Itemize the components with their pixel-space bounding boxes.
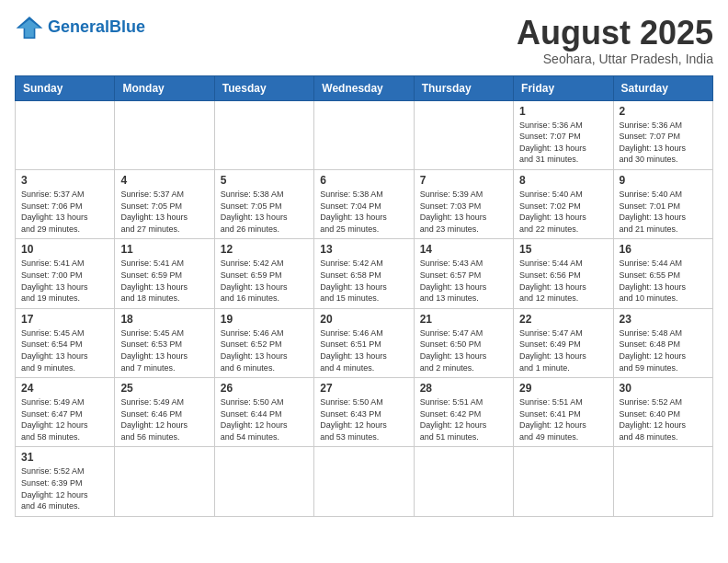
day-info: Sunrise: 5:49 AM Sunset: 6:46 PM Dayligh… [120,396,208,442]
day-info: Sunrise: 5:40 AM Sunset: 7:01 PM Dayligh… [620,189,707,235]
calendar-cell: 1Sunrise: 5:36 AM Sunset: 7:07 PM Daylig… [514,100,613,169]
calendar-week-4: 17Sunrise: 5:45 AM Sunset: 6:54 PM Dayli… [16,308,713,377]
logo-icon [15,15,44,40]
calendar-week-3: 10Sunrise: 5:41 AM Sunset: 7:00 PM Dayli… [16,239,713,308]
day-info: Sunrise: 5:36 AM Sunset: 7:07 PM Dayligh… [519,120,607,166]
day-info: Sunrise: 5:45 AM Sunset: 6:53 PM Dayligh… [120,327,208,373]
day-info: Sunrise: 5:42 AM Sunset: 6:59 PM Dayligh… [221,258,308,304]
day-info: Sunrise: 5:37 AM Sunset: 7:05 PM Dayligh… [120,189,208,235]
calendar-cell: 5Sunrise: 5:38 AM Sunset: 7:05 PM Daylig… [214,169,313,238]
weekday-row: SundayMondayTuesdayWednesdayThursdayFrid… [16,75,713,100]
day-info: Sunrise: 5:41 AM Sunset: 7:00 PM Dayligh… [21,258,108,304]
calendar-cell [16,100,115,169]
calendar-week-6: 31Sunrise: 5:52 AM Sunset: 6:39 PM Dayli… [16,447,713,516]
day-number: 19 [221,313,308,326]
day-number: 11 [120,243,208,256]
calendar-cell: 19Sunrise: 5:46 AM Sunset: 6:52 PM Dayli… [214,308,313,377]
calendar-week-1: 1Sunrise: 5:36 AM Sunset: 7:07 PM Daylig… [16,100,713,169]
svg-marker-1 [18,19,40,37]
day-number: 17 [21,313,108,326]
day-number: 27 [320,382,407,395]
calendar-header: SundayMondayTuesdayWednesdayThursdayFrid… [16,75,713,100]
location-subtitle: Seohara, Uttar Pradesh, India [517,52,713,66]
weekday-header-monday: Monday [115,75,214,100]
calendar-cell [214,447,313,516]
day-number: 7 [420,174,507,187]
calendar-cell: 18Sunrise: 5:45 AM Sunset: 6:53 PM Dayli… [115,308,214,377]
day-number: 10 [21,243,108,256]
calendar-cell: 27Sunrise: 5:50 AM Sunset: 6:43 PM Dayli… [314,378,414,447]
month-title: August 2025 [517,15,713,52]
day-info: Sunrise: 5:38 AM Sunset: 7:04 PM Dayligh… [320,189,407,235]
day-number: 14 [420,243,507,256]
day-info: Sunrise: 5:44 AM Sunset: 6:55 PM Dayligh… [620,258,707,304]
day-info: Sunrise: 5:43 AM Sunset: 6:57 PM Dayligh… [420,258,507,304]
calendar-cell: 25Sunrise: 5:49 AM Sunset: 6:46 PM Dayli… [115,378,214,447]
calendar-cell: 31Sunrise: 5:52 AM Sunset: 6:39 PM Dayli… [16,447,115,516]
day-info: Sunrise: 5:45 AM Sunset: 6:54 PM Dayligh… [21,327,108,373]
calendar-body: 1Sunrise: 5:36 AM Sunset: 7:07 PM Daylig… [16,100,713,516]
day-number: 22 [519,313,607,326]
calendar-cell: 4Sunrise: 5:37 AM Sunset: 7:05 PM Daylig… [115,169,214,238]
calendar-cell: 21Sunrise: 5:47 AM Sunset: 6:50 PM Dayli… [414,308,513,377]
day-number: 20 [320,313,407,326]
calendar-cell [115,447,214,516]
day-info: Sunrise: 5:49 AM Sunset: 6:47 PM Dayligh… [21,396,108,442]
day-info: Sunrise: 5:52 AM Sunset: 6:40 PM Dayligh… [620,396,707,442]
calendar-cell: 20Sunrise: 5:46 AM Sunset: 6:51 PM Dayli… [314,308,414,377]
weekday-header-sunday: Sunday [16,75,115,100]
calendar-cell: 17Sunrise: 5:45 AM Sunset: 6:54 PM Dayli… [16,308,115,377]
calendar-week-5: 24Sunrise: 5:49 AM Sunset: 6:47 PM Dayli… [16,378,713,447]
calendar-cell: 12Sunrise: 5:42 AM Sunset: 6:59 PM Dayli… [214,239,313,308]
calendar-cell: 22Sunrise: 5:47 AM Sunset: 6:49 PM Dayli… [514,308,613,377]
day-info: Sunrise: 5:38 AM Sunset: 7:05 PM Dayligh… [221,189,308,235]
day-info: Sunrise: 5:44 AM Sunset: 6:56 PM Dayligh… [519,258,607,304]
logo: GeneralBlue [15,15,145,40]
day-info: Sunrise: 5:39 AM Sunset: 7:03 PM Dayligh… [420,189,507,235]
day-number: 6 [320,174,407,187]
header: GeneralBlue August 2025 Seohara, Uttar P… [15,15,713,66]
calendar: SundayMondayTuesdayWednesdayThursdayFrid… [15,75,713,517]
day-info: Sunrise: 5:37 AM Sunset: 7:06 PM Dayligh… [21,189,108,235]
day-number: 25 [120,382,208,395]
day-number: 18 [120,313,208,326]
calendar-cell: 11Sunrise: 5:41 AM Sunset: 6:59 PM Dayli… [115,239,214,308]
calendar-cell [514,447,613,516]
weekday-header-friday: Friday [514,75,613,100]
day-info: Sunrise: 5:47 AM Sunset: 6:50 PM Dayligh… [420,327,507,373]
day-number: 12 [221,243,308,256]
calendar-cell: 10Sunrise: 5:41 AM Sunset: 7:00 PM Dayli… [16,239,115,308]
logo-blue: Blue [109,17,145,36]
day-info: Sunrise: 5:47 AM Sunset: 6:49 PM Dayligh… [519,327,607,373]
day-number: 8 [519,174,607,187]
weekday-header-saturday: Saturday [613,75,712,100]
day-info: Sunrise: 5:48 AM Sunset: 6:48 PM Dayligh… [620,327,707,373]
day-number: 29 [519,382,607,395]
calendar-cell: 14Sunrise: 5:43 AM Sunset: 6:57 PM Dayli… [414,239,513,308]
calendar-cell [115,100,214,169]
day-number: 30 [620,382,707,395]
day-info: Sunrise: 5:50 AM Sunset: 6:43 PM Dayligh… [320,396,407,442]
day-number: 9 [620,174,707,187]
day-number: 1 [519,105,607,118]
day-number: 16 [620,243,707,256]
weekday-header-thursday: Thursday [414,75,513,100]
calendar-cell: 2Sunrise: 5:36 AM Sunset: 7:07 PM Daylig… [613,100,712,169]
calendar-cell: 29Sunrise: 5:51 AM Sunset: 6:41 PM Dayli… [514,378,613,447]
day-number: 28 [420,382,507,395]
calendar-cell: 9Sunrise: 5:40 AM Sunset: 7:01 PM Daylig… [613,169,712,238]
calendar-cell: 16Sunrise: 5:44 AM Sunset: 6:55 PM Dayli… [613,239,712,308]
calendar-cell [214,100,313,169]
calendar-cell: 6Sunrise: 5:38 AM Sunset: 7:04 PM Daylig… [314,169,414,238]
day-number: 4 [120,174,208,187]
day-info: Sunrise: 5:51 AM Sunset: 6:41 PM Dayligh… [519,396,607,442]
logo-text: GeneralBlue [48,18,145,37]
day-info: Sunrise: 5:36 AM Sunset: 7:07 PM Dayligh… [620,120,707,166]
day-number: 26 [221,382,308,395]
logo-general: General [48,17,109,36]
calendar-cell: 15Sunrise: 5:44 AM Sunset: 6:56 PM Dayli… [514,239,613,308]
day-info: Sunrise: 5:46 AM Sunset: 6:52 PM Dayligh… [221,327,308,373]
weekday-header-wednesday: Wednesday [314,75,414,100]
day-info: Sunrise: 5:41 AM Sunset: 6:59 PM Dayligh… [120,258,208,304]
calendar-cell: 28Sunrise: 5:51 AM Sunset: 6:42 PM Dayli… [414,378,513,447]
